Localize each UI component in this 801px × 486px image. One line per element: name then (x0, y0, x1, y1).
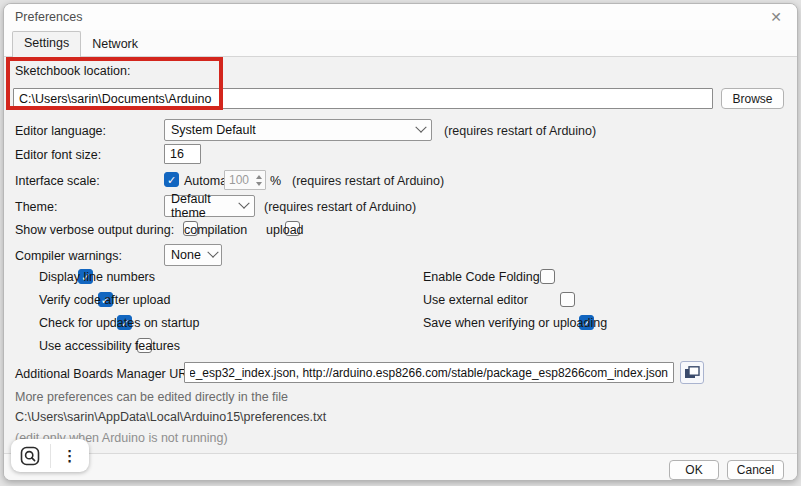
theme-label: Theme: (15, 200, 57, 214)
boards-manager-urls-input[interactable] (184, 362, 674, 383)
editor-font-size-input[interactable] (164, 144, 201, 164)
verbose-output-label: Show verbose output during: (15, 223, 174, 237)
interface-scale-note: (requires restart of Arduino) (292, 174, 444, 188)
use-external-editor-label: Use external editor (423, 293, 528, 307)
compiler-warnings-label: Compiler warnings: (15, 249, 122, 263)
windows-icon (685, 366, 700, 379)
editor-language-label: Editor language: (15, 124, 106, 138)
chevron-down-icon (238, 198, 249, 209)
use-external-editor-checkbox[interactable] (560, 292, 575, 307)
magnifier-icon (20, 446, 40, 466)
ok-button[interactable]: OK (669, 460, 719, 480)
accessibility-features-label: Use accessibility features (39, 339, 180, 353)
window-title: Preferences (15, 10, 82, 24)
editor-language-value: System Default (171, 123, 256, 137)
more-preferences-text: More preferences can be edited directly … (15, 390, 288, 404)
tab-network[interactable]: Network (81, 33, 149, 56)
sketchbook-location-input[interactable] (13, 88, 713, 109)
preferences-file-path: C:\Users\sarin\AppData\Local\Arduino15\p… (15, 410, 326, 424)
preferences-dialog: Preferences ✕ Settings Network Sketchboo… (3, 3, 798, 481)
floating-toolbar: ⋮ (11, 439, 89, 472)
tab-settings[interactable]: Settings (12, 31, 81, 57)
kebab-menu-icon: ⋮ (62, 448, 77, 463)
boards-manager-urls-label: Additional Boards Manager URLs: (15, 367, 204, 381)
close-icon[interactable]: ✕ (765, 7, 787, 27)
upload-label: upload (266, 223, 304, 237)
compiler-warnings-select[interactable]: None (164, 244, 222, 266)
display-line-numbers-label: Display line numbers (39, 270, 155, 284)
verify-code-after-upload-label: Verify code after upload (39, 293, 170, 307)
compiler-warnings-value: None (171, 248, 201, 262)
chevron-down-icon (415, 122, 426, 133)
save-when-verifying-label: Save when verifying or uploading (423, 316, 607, 330)
enable-code-folding-label: Enable Code Folding (423, 270, 540, 284)
enable-code-folding-checkbox[interactable] (540, 269, 555, 284)
editor-language-select[interactable]: System Default (164, 119, 432, 141)
editor-font-size-label: Editor font size: (15, 148, 101, 162)
tab-strip: Settings Network (4, 30, 797, 57)
theme-note: (requires restart of Arduino) (264, 200, 416, 214)
screen: Preferences ✕ Settings Network Sketchboo… (0, 0, 801, 486)
interface-scale-label: Interface scale: (15, 174, 100, 188)
spinner-down-icon[interactable] (256, 182, 262, 186)
titlebar: Preferences ✕ (4, 4, 797, 30)
cancel-button[interactable]: Cancel (727, 460, 784, 480)
more-options-button[interactable]: ⋮ (51, 439, 90, 472)
theme-value: Default theme (171, 192, 232, 220)
interface-scale-spinner[interactable]: 100 (224, 170, 266, 190)
sketchbook-location-label: Sketchbook location: (15, 64, 130, 78)
percent-sign: % (270, 174, 281, 188)
compilation-label: compilation (184, 223, 247, 237)
chevron-down-icon (207, 247, 218, 258)
browse-button[interactable]: Browse (721, 88, 784, 109)
magnifier-button[interactable] (11, 439, 50, 472)
editor-language-note: (requires restart of Arduino) (444, 124, 596, 138)
check-for-updates-label: Check for updates on startup (39, 316, 200, 330)
settings-panel: Sketchbook location: Browse Editor langu… (4, 57, 797, 453)
open-urls-dialog-button[interactable] (680, 361, 704, 384)
dialog-footer: OK Cancel (4, 453, 797, 480)
theme-select[interactable]: Default theme (164, 195, 255, 217)
automatic-checkbox[interactable] (164, 172, 179, 187)
interface-scale-value: 100 (225, 171, 252, 189)
spinner-up-icon[interactable] (256, 175, 262, 179)
